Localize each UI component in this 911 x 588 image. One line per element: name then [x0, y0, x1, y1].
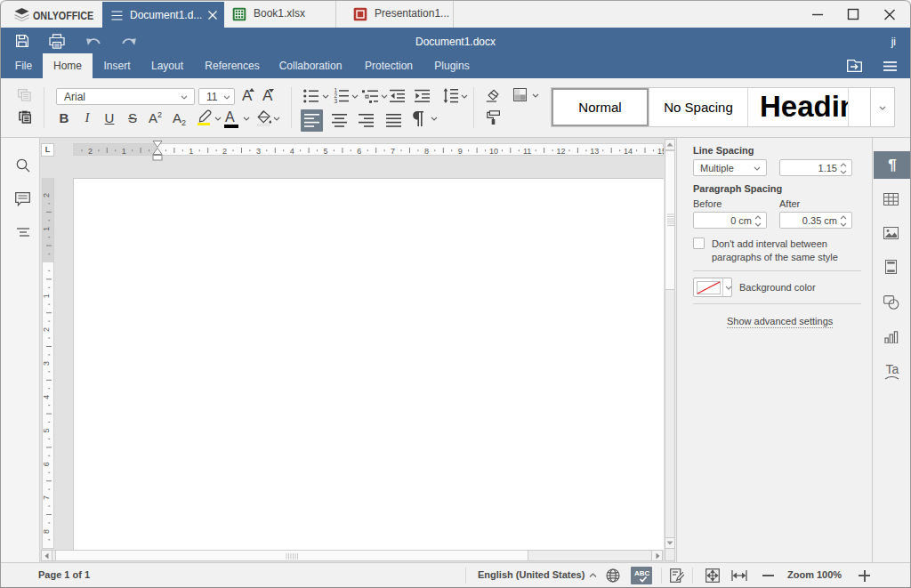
svg-text:2: 2: [43, 327, 51, 332]
svg-text:5: 5: [323, 147, 327, 156]
svg-text:1: 1: [43, 294, 51, 298]
svg-text:1: 1: [189, 147, 193, 156]
svg-text:2: 2: [43, 193, 51, 197]
svg-text:1: 1: [122, 147, 126, 156]
svg-text:13: 13: [590, 147, 599, 156]
svg-text:2: 2: [222, 147, 227, 156]
svg-text:9: 9: [458, 147, 463, 156]
svg-text:5: 5: [43, 428, 51, 432]
svg-text:2: 2: [88, 147, 93, 156]
svg-text:1: 1: [43, 227, 51, 231]
svg-text:6: 6: [43, 462, 51, 466]
svg-text:3: 3: [43, 361, 51, 366]
svg-text:8: 8: [424, 147, 429, 156]
svg-text:11: 11: [523, 147, 531, 156]
svg-text:4: 4: [290, 147, 294, 156]
svg-text:15: 15: [657, 147, 664, 156]
svg-text:10: 10: [489, 147, 498, 156]
svg-text:7: 7: [43, 495, 51, 500]
svg-text:ABC: ABC: [634, 569, 649, 577]
svg-text:8: 8: [43, 529, 51, 534]
svg-text:3: 3: [256, 147, 261, 156]
svg-text:12: 12: [556, 147, 565, 156]
svg-text:6: 6: [357, 147, 361, 156]
svg-text:4: 4: [43, 395, 51, 399]
svg-text:7: 7: [391, 147, 395, 156]
svg-text:3: 3: [334, 98, 337, 103]
svg-text:14: 14: [624, 147, 633, 156]
